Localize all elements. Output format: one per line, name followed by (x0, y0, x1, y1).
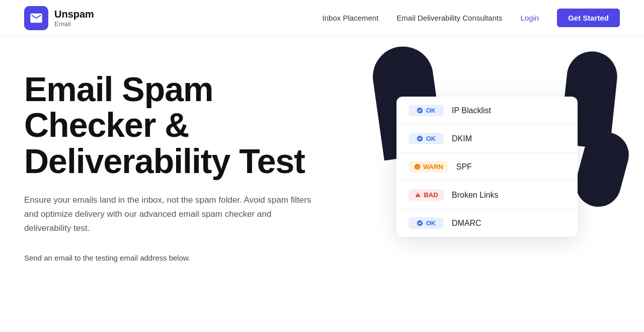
check-results-card: OKIP BlacklistOKDKIM!WARNSPF!BADBroken L… (396, 97, 578, 237)
status-badge-ok: OK (409, 133, 444, 144)
status-badge-warn: !WARN (409, 161, 448, 173)
check-icon (417, 135, 424, 142)
badge-label: OK (426, 135, 436, 142)
check-label: DKIM (452, 134, 472, 143)
check-row: OKDKIM (396, 125, 578, 153)
get-started-button[interactable]: Get Started (557, 9, 620, 27)
hero-description: Ensure your emails land in the inbox, no… (24, 193, 316, 235)
logo-area: Unspam Email (24, 6, 94, 30)
status-badge-ok: OK (409, 105, 444, 116)
check-row: !WARNSPF (396, 153, 578, 181)
error-icon: ! (414, 192, 421, 199)
nav-consultants[interactable]: Email Deliverability Consultants (396, 14, 502, 22)
badge-label: BAD (424, 191, 438, 199)
check-label: IP Blacklist (452, 106, 491, 115)
badge-label: OK (426, 219, 436, 227)
status-badge-bad: !BAD (409, 189, 444, 201)
send-label: Send an email to the testing email addre… (24, 254, 356, 262)
badge-label: WARN (423, 163, 443, 171)
nav-inbox-placement[interactable]: Inbox Placement (323, 14, 379, 22)
main-nav: Inbox Placement Email Deliverability Con… (323, 9, 620, 27)
check-row: OKIP Blacklist (396, 97, 578, 125)
check-label: SPF (456, 162, 472, 172)
logo-sub: Email (54, 20, 94, 28)
svg-text:!: ! (417, 194, 418, 197)
svg-text:!: ! (417, 165, 418, 170)
hero-content: Email Spam Checker & Deliverability Test… (24, 66, 356, 262)
warning-icon: ! (414, 163, 421, 171)
logo-icon (24, 6, 48, 30)
check-row: OKDMARC (396, 209, 578, 237)
logo-text: Unspam Email (54, 8, 94, 28)
right-visual: OKIP BlacklistOKDKIM!WARNSPF!BADBroken L… (356, 66, 620, 332)
hero-title: Email Spam Checker & Deliverability Test (24, 71, 356, 179)
check-row: !BADBroken Links (396, 181, 578, 209)
check-icon (417, 107, 424, 114)
nav-login[interactable]: Login (520, 14, 539, 22)
logo-name: Unspam (54, 8, 94, 20)
check-icon (417, 220, 424, 227)
status-badge-ok: OK (409, 217, 444, 229)
check-label: DMARC (452, 219, 481, 228)
badge-label: OK (426, 107, 436, 114)
check-label: Broken Links (452, 191, 499, 200)
